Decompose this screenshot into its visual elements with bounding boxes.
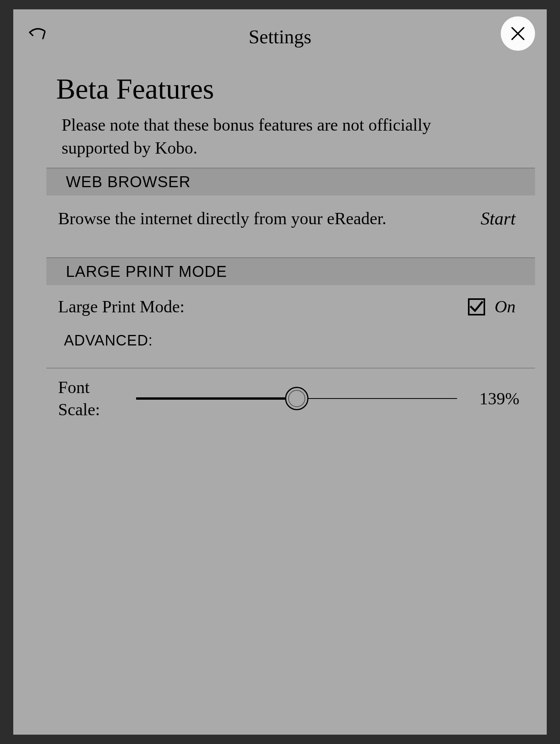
- back-arrow-icon: [27, 27, 46, 43]
- font-scale-row: Font Scale: 139%: [46, 368, 535, 421]
- section-header-web-browser: WEB BROWSER: [46, 168, 535, 195]
- section-body-web-browser: Browse the internet directly from your e…: [46, 195, 535, 242]
- font-scale-value: 139%: [469, 389, 523, 409]
- header-title: Settings: [248, 25, 311, 48]
- large-print-mode-label: Large Print Mode:: [58, 297, 184, 317]
- section-body-large-print: Large Print Mode: On ADVANCED:: [46, 285, 535, 361]
- settings-screen: Settings Beta Features Please note that …: [13, 9, 547, 735]
- section-header-large-print: LARGE PRINT MODE: [46, 257, 535, 285]
- large-print-mode-status: On: [494, 297, 516, 317]
- large-print-mode-checkbox[interactable]: [468, 298, 485, 315]
- header-bar: Settings: [13, 9, 547, 60]
- close-button[interactable]: [501, 16, 535, 51]
- web-browser-start-button[interactable]: Start: [481, 208, 523, 229]
- page-subtitle: Please note that these bonus features ar…: [25, 113, 535, 160]
- font-scale-label: Font Scale:: [58, 376, 124, 421]
- advanced-label: ADVANCED:: [46, 332, 535, 349]
- slider-thumb[interactable]: [285, 387, 308, 410]
- page-title: Beta Features: [25, 73, 535, 106]
- font-scale-slider[interactable]: [136, 387, 457, 410]
- content-area: Beta Features Please note that these bon…: [13, 73, 547, 421]
- back-button[interactable]: [27, 25, 46, 44]
- web-browser-description: Browse the internet directly from your e…: [58, 207, 386, 230]
- checkmark-icon: [470, 300, 484, 314]
- close-icon: [510, 26, 525, 41]
